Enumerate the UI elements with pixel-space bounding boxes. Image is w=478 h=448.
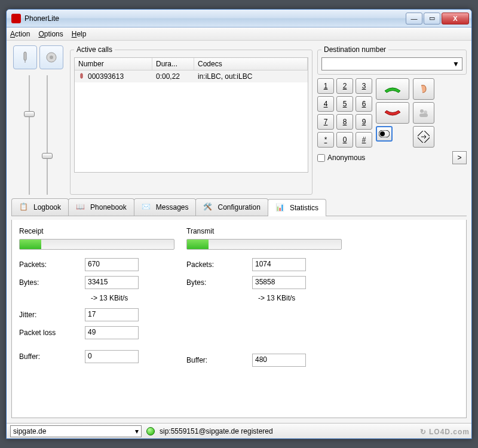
key-6[interactable]: 6 — [356, 96, 372, 112]
receipt-bytes-label: Bytes: — [19, 278, 85, 287]
menu-options[interactable]: Options — [38, 30, 63, 38]
watermark: ↻LO4D.com — [420, 428, 470, 436]
tab-messages[interactable]: ✉️Messages — [134, 198, 197, 216]
window-title: PhonerLite — [24, 14, 406, 23]
receipt-progress — [19, 239, 174, 250]
call-codecs: in:iLBC, out:iLBC — [194, 70, 308, 82]
chart-icon: 📊 — [275, 203, 286, 213]
destination-legend: Destination number — [321, 45, 388, 54]
maximize-button[interactable]: ▭ — [424, 13, 440, 24]
close-button[interactable]: X — [442, 13, 469, 24]
tab-statistics[interactable]: 📊Statistics — [268, 199, 326, 216]
svg-point-6 — [380, 131, 385, 136]
dial-button[interactable] — [376, 78, 409, 100]
dialpad: 1 2 3 4 5 6 7 8 9 * 0 # — [317, 78, 372, 148]
logbook-icon: 📋 — [19, 202, 30, 212]
key-3[interactable]: 3 — [356, 78, 372, 94]
receipt-packets-value: 670 — [85, 258, 139, 271]
active-calls-panel: Active calls Number Dura... Codecs 00039… — [70, 45, 312, 195]
menu-action[interactable]: Action — [10, 30, 30, 38]
key-0[interactable]: 0 — [336, 132, 353, 148]
conference-button[interactable] — [413, 102, 434, 124]
receipt-bytes-value: 33415 — [85, 276, 139, 289]
titlebar[interactable]: PhonerLite — ▭ X — [7, 10, 471, 27]
toggle-icon — [379, 130, 390, 137]
anonymous-checkbox[interactable]: Anonymous — [317, 154, 365, 162]
call-duration: 0:00,22 — [152, 70, 194, 82]
microphone-button[interactable] — [13, 45, 37, 69]
microphone-icon — [19, 51, 32, 64]
tab-phonebook[interactable]: 📖Phonebook — [68, 198, 134, 216]
transmit-bytes-value: 35858 — [252, 276, 306, 289]
ear-icon — [418, 83, 430, 95]
col-number[interactable]: Number — [75, 58, 152, 70]
key-9[interactable]: 9 — [356, 114, 372, 130]
key-4[interactable]: 4 — [317, 96, 334, 112]
dnd-button[interactable] — [376, 126, 393, 142]
arrow-right-icon — [418, 131, 430, 143]
menu-help[interactable]: Help — [72, 30, 87, 38]
svg-rect-0 — [24, 52, 26, 60]
key-1[interactable]: 1 — [317, 78, 334, 94]
receipt-title: Receipt — [19, 227, 174, 235]
transmit-packets-label: Packets: — [186, 260, 252, 269]
receipt-rate: -> 13 KBit/s — [91, 294, 174, 302]
transmit-bytes-label: Bytes: — [186, 278, 252, 287]
call-number: 000393613 — [88, 72, 124, 81]
status-led-icon — [146, 427, 155, 435]
tab-logbook[interactable]: 📋Logbook — [11, 198, 69, 216]
minimize-button[interactable]: — — [406, 13, 422, 24]
key-2[interactable]: 2 — [336, 78, 353, 94]
statusbar: sipgate.de▾ sip:5559151@sipgate.de regis… — [7, 423, 471, 438]
status-text: sip:5559151@sipgate.de registered — [160, 427, 273, 435]
menubar: Action Options Help — [7, 27, 471, 41]
tools-icon: 🛠️ — [203, 202, 214, 212]
call-mic-icon — [78, 73, 85, 80]
receipt-buffer-value: 0 — [85, 350, 139, 363]
transmit-block: Transmit Packets:1074 Bytes:35858 -> 13 … — [186, 227, 342, 410]
transmit-title: Transmit — [186, 227, 342, 235]
call-row[interactable]: 000393613 0:00,22 in:iLBC, out:iLBC — [75, 70, 308, 82]
svg-rect-4 — [81, 73, 82, 78]
receipt-packets-label: Packets: — [19, 260, 85, 269]
svg-point-7 — [420, 109, 424, 113]
receipt-jitter-label: Jitter: — [19, 311, 85, 319]
active-calls-table: Number Dura... Codecs 000393613 0:00,22 … — [74, 57, 308, 173]
destination-panel: Destination number ▼ — [317, 45, 467, 75]
receipt-jitter-value: 17 — [85, 308, 139, 321]
receipt-buffer-label: Buffer: — [19, 352, 85, 361]
transmit-rate: -> 13 KBit/s — [258, 294, 342, 302]
receipt-loss-label: Packet loss — [19, 329, 85, 337]
tab-configuration[interactable]: 🛠️Configuration — [195, 198, 268, 216]
app-window: PhonerLite — ▭ X Action Options Help — [6, 9, 472, 439]
key-7[interactable]: 7 — [317, 114, 334, 130]
envelope-icon: ✉️ — [142, 202, 152, 212]
receipt-block: Receipt Packets:670 Bytes:33415 -> 13 KB… — [19, 227, 174, 410]
people-icon — [418, 107, 430, 119]
active-calls-legend: Active calls — [74, 45, 115, 54]
transmit-buffer-value: 480 — [252, 354, 306, 367]
key-hash[interactable]: # — [356, 132, 372, 148]
phone-pickup-icon — [382, 84, 403, 94]
speaker-icon — [45, 51, 58, 64]
mic-volume-slider[interactable] — [24, 75, 35, 195]
key-star[interactable]: * — [317, 132, 334, 148]
key-5[interactable]: 5 — [336, 96, 353, 112]
col-codecs[interactable]: Codecs — [194, 58, 308, 70]
expand-button[interactable]: > — [452, 151, 467, 164]
app-icon — [11, 14, 21, 23]
hold-button[interactable] — [413, 78, 434, 100]
speaker-button[interactable] — [39, 45, 63, 69]
col-duration[interactable]: Dura... — [152, 58, 194, 70]
tabbar: 📋Logbook 📖Phonebook ✉️Messages 🛠️Configu… — [11, 198, 467, 216]
transfer-button[interactable] — [413, 126, 434, 148]
key-8[interactable]: 8 — [336, 114, 353, 130]
chevron-down-icon: ▼ — [452, 60, 459, 68]
transmit-progress — [186, 239, 342, 250]
phonebook-icon: 📖 — [76, 202, 87, 212]
audio-column — [11, 45, 65, 195]
profile-combo[interactable]: sipgate.de▾ — [10, 425, 142, 437]
hangup-button[interactable] — [376, 102, 409, 124]
speaker-volume-slider[interactable] — [42, 75, 53, 195]
destination-combo[interactable]: ▼ — [321, 57, 462, 70]
